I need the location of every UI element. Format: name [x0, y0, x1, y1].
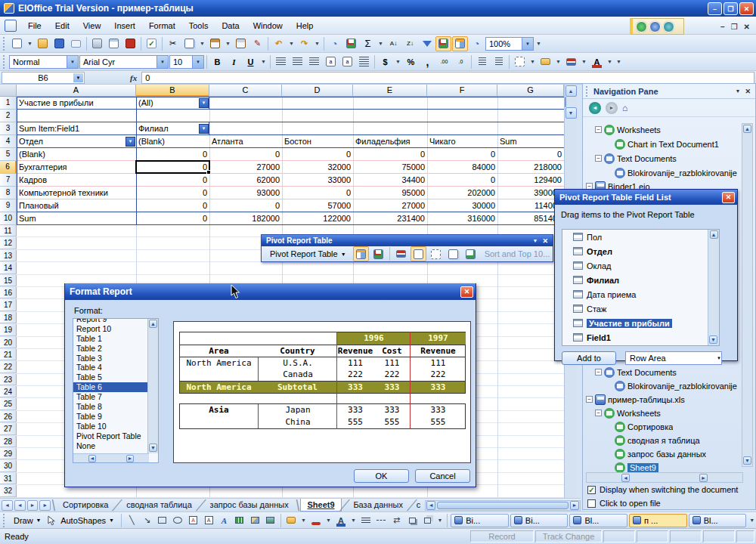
chart-wizard-button[interactable] [435, 36, 451, 51]
tab-svodnaya-tablica[interactable]: сводная таблица [120, 499, 198, 512]
row-header[interactable]: 31 [0, 473, 17, 484]
font-size-combo[interactable]: 10 [169, 55, 204, 69]
cell-D7[interactable]: 33000 [282, 174, 353, 187]
format-option[interactable]: Report 10 [73, 324, 158, 334]
cell-G6[interactable]: 218000 [497, 161, 564, 174]
cell-E4[interactable]: Филадельфия [353, 135, 427, 148]
cell-F3[interactable] [427, 122, 497, 135]
name-box-dropdown[interactable] [73, 73, 83, 82]
zoom-combo[interactable]: 100% [485, 37, 534, 51]
empty-cell[interactable] [497, 473, 564, 484]
select-all-corner[interactable] [0, 85, 17, 97]
tree-item-chart-doc[interactable]: Chart in Text Document1 [615, 138, 719, 150]
col-header-B[interactable]: B [136, 85, 209, 97]
font-color-dropdown[interactable] [349, 513, 358, 528]
scroll-down-icon[interactable] [709, 335, 717, 344]
arrow-style-tool[interactable]: ⇄ [390, 514, 404, 527]
cell-D9[interactable]: 57000 [282, 199, 353, 212]
highlight-color-button[interactable] [563, 54, 579, 70]
redo-button[interactable] [296, 36, 312, 51]
tree-item-sortirovka[interactable]: Сортировка [615, 420, 673, 433]
pdf-export-button[interactable] [122, 36, 138, 51]
cell-A9[interactable]: Плановый [17, 199, 136, 212]
line-color-dropdown[interactable] [324, 513, 333, 528]
format-option[interactable]: None [73, 441, 158, 451]
formula-input[interactable]: 0 [141, 72, 754, 84]
font-color-dropdown[interactable] [606, 54, 614, 70]
menu-edit[interactable]: Edit [48, 18, 76, 33]
format-option[interactable]: Report 9 [73, 318, 158, 324]
menu-help[interactable]: Help [290, 18, 321, 33]
font-size-dropdown-icon[interactable] [192, 56, 203, 68]
row-header[interactable]: 28 [0, 436, 17, 447]
empty-cell[interactable] [497, 398, 564, 410]
row-header[interactable]: 10 [0, 212, 17, 225]
field-item[interactable]: Оклад [562, 258, 719, 273]
field-item-selected[interactable]: Участие в прибыли [562, 316, 719, 330]
mail-button[interactable] [68, 36, 84, 51]
scroll-thumb[interactable] [565, 97, 566, 107]
cell-F9[interactable]: 30000 [427, 199, 497, 212]
empty-cell[interactable] [427, 262, 497, 274]
undo-button[interactable] [271, 36, 287, 51]
font-dropdown-icon[interactable] [156, 56, 168, 68]
empty-cell[interactable] [136, 250, 209, 261]
tree-horizontal-scrollbar[interactable] [586, 472, 743, 483]
tab-baza-dannyh[interactable]: База данных [347, 499, 409, 512]
col-header-E[interactable]: E [353, 85, 427, 97]
tree-item-blokirovanije[interactable]: Blokirovanije_razblokirovanije [615, 166, 752, 179]
cut-button[interactable] [165, 36, 181, 51]
chart-button[interactable] [343, 36, 359, 51]
cell-B9[interactable]: 0 [136, 199, 209, 212]
data-source-button[interactable] [469, 36, 485, 51]
cell-F7[interactable]: 0 [427, 174, 497, 187]
empty-cell[interactable] [497, 485, 564, 496]
child-minimize-icon[interactable] [720, 23, 725, 31]
copy-dropdown[interactable] [198, 36, 206, 51]
menu-tools[interactable]: Tools [182, 18, 215, 33]
format-option[interactable]: Table 5 [73, 372, 158, 382]
style-combo[interactable]: Normal [9, 55, 79, 69]
cell-D6[interactable]: 32000 [282, 161, 353, 174]
sheet-horizontal-scrollbar[interactable] [425, 500, 581, 511]
fill-color-tool[interactable] [284, 514, 298, 527]
format-option[interactable]: Table 8 [73, 402, 158, 412]
cell-D1[interactable] [282, 97, 353, 110]
cell-C6[interactable]: 27000 [209, 161, 282, 174]
empty-cell[interactable] [497, 460, 564, 471]
scroll-right-icon[interactable] [126, 455, 134, 462]
row-header[interactable]: 17 [0, 299, 17, 311]
menu-window[interactable]: Window [246, 18, 290, 33]
sort-descending-button[interactable] [402, 36, 418, 51]
cell-C8[interactable]: 93000 [209, 187, 282, 199]
scroll-down-icon[interactable] [743, 456, 751, 465]
undo-dropdown[interactable] [287, 36, 296, 51]
line-tool[interactable]: ╲ [125, 514, 138, 527]
textdoc-app-icon[interactable] [649, 21, 661, 32]
align-center-button[interactable] [290, 54, 305, 70]
cell-C1[interactable] [209, 97, 282, 110]
field-item[interactable]: Пол [562, 230, 719, 244]
row-header[interactable]: 6 [0, 161, 17, 174]
cell-F1[interactable] [427, 97, 497, 110]
cell-F6[interactable]: 84000 [427, 161, 497, 174]
wordart-tool[interactable]: A [217, 514, 231, 527]
click-to-open-option[interactable]: Click to open file [587, 499, 661, 508]
window-list-dropdown[interactable] [748, 513, 756, 528]
underline-button[interactable] [243, 54, 259, 70]
prev-sheet-button[interactable] [14, 500, 26, 511]
threed-tool[interactable] [420, 514, 434, 527]
textbox-tool[interactable]: A [187, 514, 200, 527]
cell-G1[interactable] [497, 97, 564, 110]
picture-tool[interactable] [263, 514, 277, 527]
empty-cell[interactable] [136, 237, 209, 249]
pivot-table-menu-button[interactable]: Pivot Report Table [265, 247, 352, 261]
field-item[interactable]: Field1 [562, 330, 719, 345]
empty-cell[interactable] [17, 262, 136, 274]
line-color-tool[interactable] [309, 514, 323, 527]
row-header[interactable]: 7 [0, 174, 17, 187]
scroll-up-icon[interactable] [565, 85, 577, 97]
tree-item-svodnaya[interactable]: сводная я таблица [615, 434, 700, 447]
print-preview-button[interactable] [106, 36, 122, 51]
cell-C7[interactable]: 62000 [209, 174, 282, 187]
